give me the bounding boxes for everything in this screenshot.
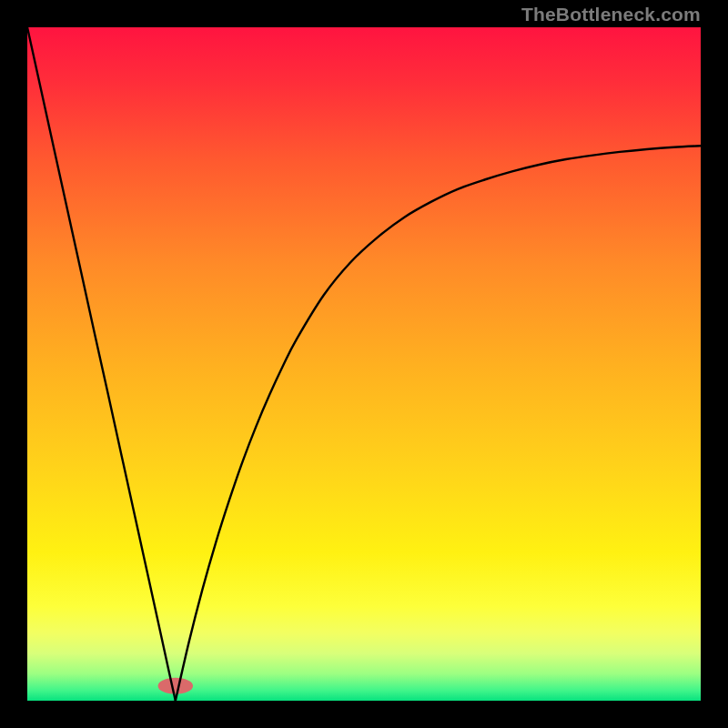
gradient-background (27, 27, 701, 701)
optimum-marker (158, 678, 193, 694)
bottleneck-chart (27, 27, 701, 701)
watermark-text: TheBottleneck.com (521, 4, 701, 25)
plot-area (27, 27, 701, 701)
chart-frame: TheBottleneck.com (0, 0, 728, 728)
